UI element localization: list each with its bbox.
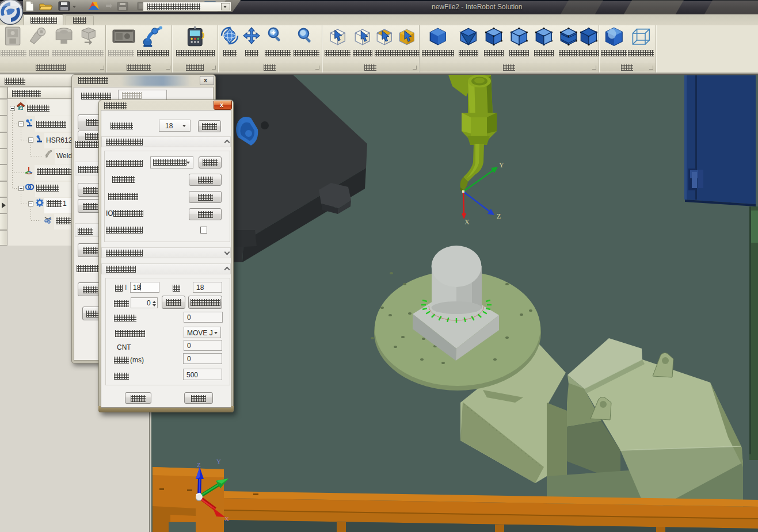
svg-text:X: X <box>464 218 470 226</box>
svg-text:Y: Y <box>216 458 221 465</box>
svg-text:Z: Z <box>197 461 201 468</box>
svg-text:Z: Z <box>497 212 501 220</box>
svg-text:X: X <box>224 515 229 522</box>
svg-text:Y: Y <box>499 161 504 169</box>
